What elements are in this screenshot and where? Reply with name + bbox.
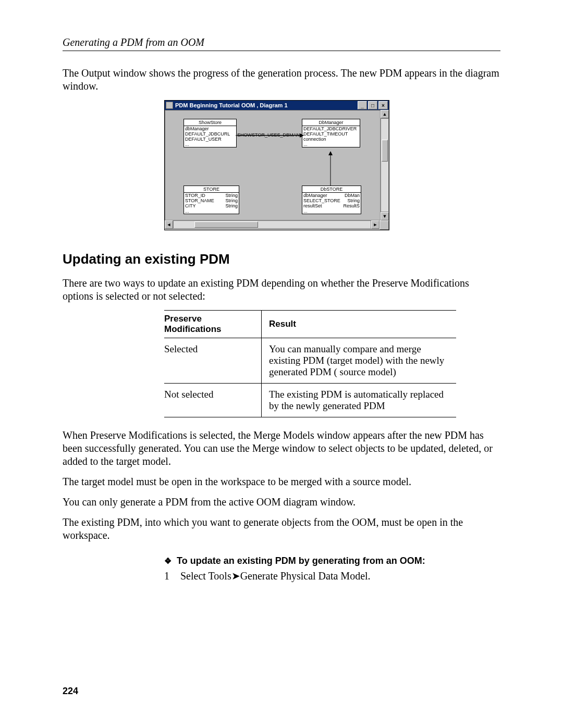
svg-marker-1 — [300, 133, 304, 138]
scroll-thumb[interactable] — [382, 140, 388, 162]
table-header: Result — [262, 311, 457, 338]
preserve-modifications-table: Preserve Modifications Result Selected Y… — [164, 310, 456, 417]
window-titlebar: PDM Beginning Tutorial OOM , Diagram 1 _… — [165, 101, 389, 110]
entity-name: STORE — [184, 186, 239, 193]
intro-text: The Output window shows the progress of … — [63, 67, 500, 93]
entity-store[interactable]: STORE STOR_IDString STOR_NAMEString CITY… — [183, 186, 239, 214]
table-row: Selected You can manually compare and me… — [164, 338, 456, 384]
step-number: 1 — [164, 570, 178, 582]
scroll-track[interactable] — [173, 220, 371, 229]
scroll-track[interactable] — [381, 118, 389, 212]
procedure-heading: ❖To update an existing PDM by generating… — [164, 556, 500, 566]
svg-marker-3 — [328, 151, 333, 155]
body-paragraph: When Preserve Modifications is selected,… — [63, 429, 500, 468]
body-paragraph: The existing PDM, into which you want to… — [63, 516, 500, 542]
vertical-scrollbar[interactable]: ▲ ▼ — [381, 110, 389, 220]
diagram-canvas[interactable]: ShowStore dbManager DEFAULT_JDBCURL DEFA… — [165, 110, 381, 220]
body-paragraph: You can only generate a PDM from the act… — [63, 496, 500, 509]
table-row: Not selected The existing PDM is automat… — [164, 384, 456, 417]
app-icon — [166, 102, 173, 109]
scroll-up-icon[interactable]: ▲ — [381, 110, 389, 118]
entity-name: DbSTORE — [302, 186, 361, 193]
running-head: Generating a PDM from an OOM — [63, 36, 500, 48]
header-rule — [63, 51, 500, 51]
resize-grip[interactable] — [380, 220, 389, 230]
maximize-button[interactable]: □ — [368, 101, 377, 109]
table-header: Preserve Modifications — [164, 311, 262, 338]
scroll-right-icon[interactable]: ► — [371, 220, 380, 229]
body-paragraph: The target model must be open in the wor… — [63, 475, 500, 488]
section-intro: There are two ways to update an existing… — [63, 277, 500, 303]
page-number: 224 — [63, 686, 78, 697]
diagram-window: PDM Beginning Tutorial OOM , Diagram 1 _… — [164, 100, 389, 230]
scroll-thumb[interactable] — [194, 221, 258, 228]
horizontal-scrollbar[interactable]: ◄ ► — [165, 220, 380, 229]
scroll-left-icon[interactable]: ◄ — [165, 220, 173, 229]
section-heading: Updating an existing PDM — [63, 251, 500, 267]
close-button[interactable]: × — [378, 101, 388, 109]
diamond-icon: ❖ — [164, 557, 172, 565]
scroll-down-icon[interactable]: ▼ — [381, 212, 389, 220]
arrow-icon: ➤ — [231, 570, 240, 582]
procedure-step: 1 Select Tools➤Generate Physical Data Mo… — [164, 570, 500, 582]
window-title: PDM Beginning Tutorial OOM , Diagram 1 — [175, 102, 288, 108]
minimize-button[interactable]: _ — [358, 101, 367, 109]
entity-dbstore[interactable]: DbSTORE dbManagerDbMan SELECT_STOREStrin… — [302, 186, 361, 214]
